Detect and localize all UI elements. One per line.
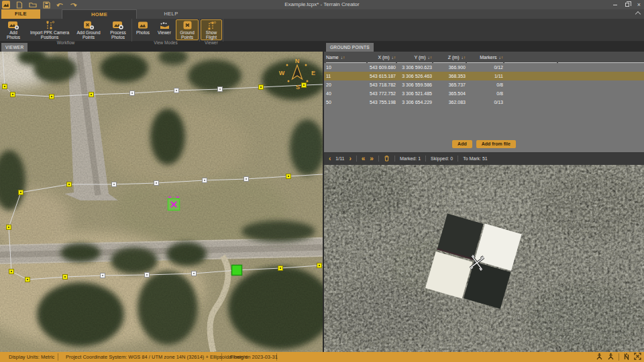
viewer-icon (158, 21, 170, 29)
add-photos-button[interactable]: Add Photos (1, 19, 26, 40)
viewer-panel-tab[interactable]: VIEWER (1, 43, 28, 52)
restore-button[interactable] (623, 1, 631, 9)
compass-north-label: N (295, 58, 300, 64)
map-aerial-view: N E S W (0, 52, 323, 352)
divider (458, 156, 458, 162)
divider (276, 353, 277, 361)
ribbon: Add Photos Import PPK Camera Positions A… (0, 19, 644, 42)
last-photo-button[interactable]: » (370, 156, 374, 162)
close-button[interactable]: × (635, 1, 643, 9)
first-photo-button[interactable]: « (362, 156, 366, 162)
redo-icon[interactable] (69, 1, 77, 9)
fit-view-icon[interactable] (634, 353, 641, 361)
photo-position: 1/11 (335, 156, 344, 161)
divider (394, 156, 395, 162)
tab-help[interactable]: HELP (149, 9, 193, 19)
window-controls: × (611, 0, 643, 9)
sort-icons: ↓↑ (392, 52, 396, 62)
column-header-name[interactable]: Name↓↑ (326, 52, 366, 63)
sort-icons: ↓↑ (462, 52, 466, 62)
import-ppk-button[interactable]: Import PPK Camera Positions (28, 19, 72, 40)
collapse-ribbon-icon[interactable] (635, 11, 641, 17)
add-ground-points-label: Add Ground Points (75, 30, 102, 40)
show-flight-icon (205, 21, 217, 29)
photo-marking-view[interactable] (324, 165, 644, 352)
column-header-markers[interactable]: Markers↓↑ (467, 52, 503, 63)
photos-view-button[interactable]: Photos (133, 19, 153, 36)
add-from-file-button[interactable]: Add from file (476, 140, 516, 148)
divider (221, 353, 222, 361)
ground-points-actions: Add Add from file (324, 140, 644, 149)
selected-ground-point-marker[interactable] (168, 197, 180, 210)
table-row[interactable]: 20543 718.7823 306 559.586365.7370/8 (324, 80, 644, 89)
terrain-creator-window: Example.tcpx* - Terrain Creator × FILE H… (0, 0, 644, 362)
marker-navigation-bar: ‹ 1/11 › « » Marked: 1 Skipped: 0 To Mar… (324, 152, 644, 165)
divider (356, 156, 357, 162)
gcp-marker-toggle-icon[interactable] (596, 353, 603, 361)
ground-points-panel-tab[interactable]: GROUND POINTS (326, 43, 374, 52)
ribbon-group-workflow: Add Photos Import PPK Camera Positions A… (0, 19, 132, 42)
next-photo-button[interactable]: › (349, 156, 351, 162)
process-photos-button[interactable]: Process Photos (105, 19, 131, 40)
quick-access-toolbar (2, 1, 77, 9)
group-label-view-modes: View Modes (132, 40, 199, 46)
new-file-icon[interactable] (15, 1, 23, 9)
table-header-row: Name↓↑ X (m)↓↑ Y (m)↓↑ Z (m)↓↑ Markers↓↑ (324, 52, 644, 63)
ground-points-view-label: Ground Points (178, 30, 197, 40)
divider (425, 156, 426, 162)
status-bar-icons (596, 353, 641, 361)
table-row-selected[interactable]: 11543 615.1873 306 526.463368.3531/11 (324, 72, 644, 80)
import-ppk-label: Import PPK Camera Positions (30, 30, 70, 40)
gcp-photo (324, 165, 644, 352)
group-label-viewer: Viewer (200, 40, 223, 46)
divider (619, 353, 619, 361)
divider (378, 156, 379, 162)
ground-points-table: Name↓↑ X (m)↓↑ Y (m)↓↑ Z (m)↓↑ Markers↓↑… (324, 52, 644, 152)
prev-photo-button[interactable]: ‹ (329, 156, 331, 162)
open-folder-icon[interactable] (29, 1, 37, 9)
column-header-z[interactable]: Z (m)↓↑ (433, 52, 466, 63)
map-viewport[interactable]: N E S W (0, 52, 323, 352)
table-row[interactable]: 50543 755.1983 306 654.229362.0830/13 (324, 98, 644, 107)
to-mark-count: To Mark: 51 (463, 156, 488, 161)
ribbon-group-view-modes: Photos Viewer Ground Points View Modes (132, 19, 200, 42)
display-units-status: Display Units: Metric (9, 352, 54, 362)
show-flight-button[interactable]: Show Flight (201, 19, 222, 40)
flown-date-status: Flown on 2023-03-31 (230, 352, 278, 362)
ribbon-tab-strip: FILE HOME HELP (0, 9, 644, 19)
delete-marker-icon[interactable] (384, 155, 390, 162)
column-header-y[interactable]: Y (m)↓↑ (397, 52, 432, 63)
current-photo-marker[interactable] (232, 265, 242, 276)
add-button[interactable]: Add (452, 140, 472, 148)
coordinate-system-status: Project Coordinate System: WGS 84 / UTM … (66, 352, 248, 362)
compass-south-label: S (296, 84, 300, 90)
process-photos-label: Process Photos (107, 30, 129, 40)
show-flight-label: Show Flight (203, 30, 220, 40)
north-orientation-icon[interactable] (623, 353, 630, 361)
photos-icon (137, 21, 149, 29)
add-photos-icon (7, 21, 19, 29)
tab-file[interactable]: FILE (1, 9, 40, 19)
column-header-x[interactable]: X (m)↓↑ (368, 52, 396, 63)
column-header-empty (504, 52, 557, 63)
sort-icons: ↓↑ (341, 52, 345, 62)
minimize-button[interactable] (611, 1, 619, 9)
tab-home[interactable]: HOME (62, 9, 137, 19)
undo-icon[interactable] (56, 1, 64, 9)
table-row[interactable]: 40543 772.7523 306 521.485365.5040/8 (324, 89, 644, 98)
ribbon-group-viewer: Show Flight Viewer (200, 19, 223, 42)
viewer-view-label: Viewer (158, 30, 171, 35)
compass-west-label: W (279, 70, 285, 76)
marked-count: Marked: 1 (400, 156, 421, 161)
table-row[interactable]: 10543 609.6803 306 590.623366.9000/12 (324, 63, 644, 72)
waypoint-toggle-icon[interactable] (607, 353, 614, 361)
app-logo-icon[interactable] (2, 1, 10, 9)
sort-icons: ↓↑ (499, 52, 504, 62)
viewer-view-button[interactable]: Viewer (154, 19, 174, 36)
import-ppk-icon (44, 21, 56, 29)
add-ground-points-button[interactable]: Add Ground Points (73, 19, 104, 40)
ground-points-view-button[interactable]: Ground Points (176, 19, 199, 40)
status-bar: Display Units: Metric Project Coordinate… (0, 352, 644, 362)
save-icon[interactable] (42, 1, 50, 9)
sort-icons: ↓↑ (428, 52, 433, 62)
